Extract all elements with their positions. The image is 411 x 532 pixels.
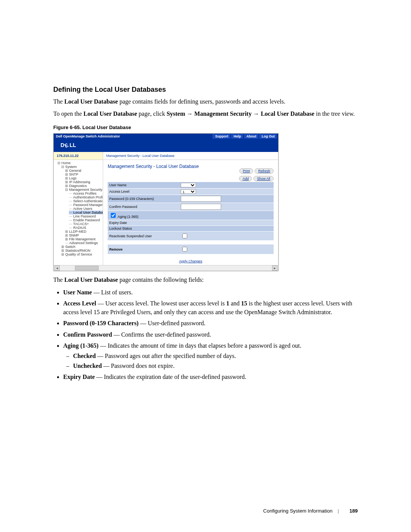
bullet-text: — Indicates the expiration date of the u… [95,374,246,380]
text-bold: System [167,110,185,117]
scroll-right-icon[interactable]: ► [272,265,277,271]
text: → [185,110,194,117]
tree-ip-addressing[interactable]: IP Addressing [65,180,90,184]
list-item: Access Level — User access level. The lo… [63,299,358,316]
text: To open the [53,110,83,117]
reactivate-checkbox[interactable] [182,233,187,238]
remove-form: Remove [108,244,274,254]
sub-list-item: Unchecked — Password does not expire. [73,361,358,370]
label-access-level: Access Level [108,189,179,195]
app-titlebar-links: Support Help About Log Out [213,134,278,139]
access-level-select[interactable]: 1 [181,189,196,194]
logout-link[interactable]: Log Out [260,134,277,139]
footer-divider: | [338,508,339,514]
about-link[interactable]: About [244,134,258,139]
showall-button[interactable]: Show All [253,176,274,181]
tree-tacacs[interactable]: TACACS+ [69,222,89,226]
fields-intro: The Local User Database page contains th… [53,276,358,284]
breadcrumb: Management Security - Local User Databas… [103,152,278,160]
tree-home[interactable]: Home [57,161,71,165]
tree-mgmt-security[interactable]: Management Security [65,188,102,192]
text-bold: Management Security [194,110,252,117]
apply-changes-button[interactable]: Apply Changes [175,259,206,263]
content-pane: Management Security - Local User Databas… [103,160,278,266]
footer-page-number: 189 [349,508,358,514]
tree-stats-rmon[interactable]: Statistics/RMON [61,249,91,252]
tree-access-profiles[interactable]: Access Profiles [69,192,97,195]
tree-line-password[interactable]: Line Password [69,214,96,218]
password-input[interactable] [181,196,221,202]
text: The [53,276,64,283]
bullet-term: Confirm Password [63,331,112,338]
tree-file-mgmt[interactable]: File Management [65,237,96,241]
sub-term: Checked [73,353,96,359]
tree-sntp[interactable]: SNTP [65,173,78,176]
open-instructions: To open the Local User Database page, cl… [53,110,358,118]
figure-caption: Figure 6-65. Local User Database [53,125,358,130]
text: in the tree view. [314,110,355,117]
horizontal-scrollbar[interactable]: ◄ ► [54,265,278,271]
tree-radius[interactable]: RADIUS [69,226,86,230]
label-remove: Remove [108,244,179,254]
tree-pw-mgmt[interactable]: Password Managem [69,203,103,207]
bullet-term: Password (0-159 Characters) [63,320,139,326]
scroll-left-icon[interactable]: ◄ [54,265,60,271]
tree-switch[interactable]: Switch [61,245,75,249]
crumb-row: 176.210.11.22 Management Security - Loca… [54,152,278,160]
tree-local-user-db[interactable]: Local User Databa [69,211,103,214]
svg-text:LL: LL [70,142,76,148]
support-link[interactable]: Support [213,134,230,139]
help-link[interactable]: Help [231,134,243,139]
tree-select-auth[interactable]: Select Authenticatio [69,199,103,203]
bullet-term: Expiry Date [63,374,95,380]
brand-logo-bar: D E LL [54,139,278,152]
tree-general[interactable]: General [65,169,81,173]
screenshot-window: Dell OpenManage Switch Administrator Sup… [53,133,279,271]
bullet-text: — User access level. The lowest user acc… [96,300,226,307]
label-lockout: Lockout Status [108,226,179,232]
label-username: User Name [108,182,179,189]
aging-checkbox[interactable] [111,213,116,218]
section-heading: Defining the Local User Databases [53,86,358,94]
remove-checkbox[interactable] [182,247,187,252]
app-title: Dell OpenManage Switch Administrator [54,134,213,138]
bullet-bold: 15 [241,300,247,307]
tree-snmp[interactable]: SNMP [65,233,79,237]
device-ip: 176.210.11.22 [54,152,103,160]
text-bold: Local User Database [261,110,314,117]
nav-tree[interactable]: Home System General SNTP Logs IP Address… [54,160,103,266]
add-button[interactable]: Add [239,176,252,181]
refresh-button[interactable]: Refresh [255,168,274,174]
label-reactivate: Reactivate Suspended User [108,232,179,241]
list-item: Confirm Password — Confirms the user-def… [63,330,358,339]
confirm-password-input[interactable] [181,204,221,210]
tree-qos[interactable]: Quality of Service [61,252,92,256]
sub-text: — Password does not expire. [102,363,175,369]
tree-system[interactable]: System [61,165,77,169]
text: page contains the following fields: [118,276,204,283]
intro-paragraph: The Local User Database page contains fi… [53,97,358,106]
scroll-thumb[interactable] [75,266,99,270]
footer-section: Configuring System Information [263,508,333,514]
username-select[interactable] [181,183,196,187]
bullet-text: — User-defined password. [139,320,206,326]
text-bold: Local User Database [64,98,118,105]
tree-auth-profile[interactable]: Authentication Profil [69,195,103,199]
sub-list-item: Checked — Password ages out after the sp… [73,351,358,360]
print-button[interactable]: Print [239,168,253,174]
tree-logs[interactable]: Logs [65,176,76,180]
tree-diagnostics[interactable]: Diagnostics [65,184,87,188]
tree-lldp-med[interactable]: LLDP-MED [65,230,86,233]
tree-enable-password[interactable]: Enable Password [69,218,100,222]
app-titlebar: Dell OpenManage Switch Administrator Sup… [54,134,278,139]
list-item: User Name — List of users. [63,288,358,297]
label-aging: Aging (1-365) [118,215,139,219]
svg-text:E: E [64,142,69,149]
tree-active-users[interactable]: Active Users [69,207,92,211]
text: page, click [137,110,166,117]
text-bold: Local User Database [64,276,118,283]
text-bold: Local User Database [83,110,137,117]
text: The [53,98,64,105]
dell-logo-icon: D E LL [61,142,87,149]
tree-adv-settings[interactable]: Advanced Settings [65,241,98,245]
